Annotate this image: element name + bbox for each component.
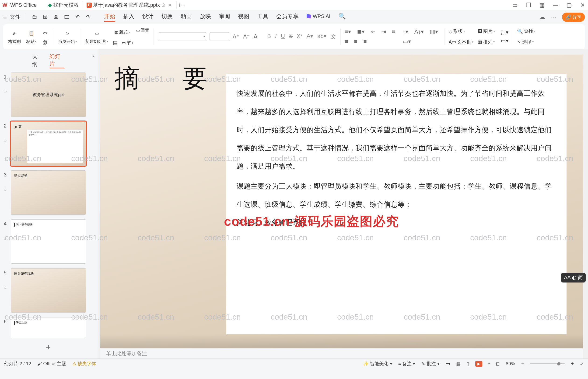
window-close[interactable]: ✕ [579, 2, 586, 8]
align-left-icon[interactable]: ≡ [392, 29, 395, 35]
outline-tab[interactable]: 大纲 [32, 53, 42, 68]
tab-close-button[interactable]: × [167, 2, 173, 8]
slide-thumb-3[interactable]: 研究背景 [11, 170, 86, 215]
clear-format-icon[interactable]: A̶ [254, 33, 257, 40]
bullets-icon[interactable]: ≡▾ [345, 29, 351, 35]
avatar-icon[interactable]: ▦ [538, 2, 546, 8]
status-missing-font[interactable]: ⚠ 缺失字体 [72, 361, 96, 367]
slide-thumb-1[interactable]: 教务管理系统ppt [11, 73, 86, 117]
notes-placeholder[interactable]: 单击此处添加备注 [106, 350, 147, 357]
menu-review[interactable]: 审阅 [219, 13, 230, 22]
bold-button[interactable]: B [267, 33, 271, 40]
cloud-icon[interactable]: ☁ [539, 14, 545, 21]
view-slideshow-icon[interactable]: ▶ [475, 361, 482, 367]
align-justify-icon[interactable]: ≡ [364, 38, 367, 45]
slide-thumb-6[interactable]: 研究主题 [11, 317, 86, 338]
hamburger-icon[interactable]: ≡ [3, 14, 7, 21]
wen-dropdown[interactable]: 文 [331, 33, 336, 40]
add-slide-button[interactable]: + [2, 338, 95, 356]
fill-icon[interactable]: ⬚▾ [501, 29, 508, 35]
zoom-out[interactable]: − [521, 361, 524, 366]
cube-icon[interactable]: ❐ [525, 2, 532, 8]
redo-icon[interactable]: ↷ [84, 13, 92, 21]
zoom-slider[interactable] [530, 363, 565, 364]
layout-icon[interactable]: ▭ [511, 2, 519, 8]
star-icon[interactable]: ☆ [3, 187, 7, 192]
zoom-in[interactable]: + [571, 361, 574, 366]
slides-tab[interactable]: 幻灯片 [49, 53, 64, 68]
columns-icon[interactable]: ▥▾ [430, 29, 438, 35]
highlight-button[interactable]: ab▾ [317, 33, 326, 40]
font-size-select[interactable] [209, 32, 230, 41]
print-preview-icon[interactable]: 🗔 [63, 13, 71, 21]
status-beautify[interactable]: ✨ 智能美化 ▾ [363, 361, 392, 367]
layout-alt-icon[interactable]: ▤ [111, 39, 119, 47]
font-mode-pill[interactable]: AA ◐ 简 [561, 273, 586, 283]
menu-start[interactable]: 开始 [104, 13, 115, 22]
zoom-fit-icon[interactable]: ⊡ [496, 361, 500, 367]
more-icon[interactable]: ⋯ [551, 14, 556, 20]
slide-canvas[interactable]: 摘 要 快速发展的社会中，人们的生活水平都在提高，生活节奏也在逐渐加快。为了节省… [100, 55, 583, 348]
undo-icon[interactable]: ↶ [73, 13, 82, 21]
align-vert-icon[interactable]: ▭▾ [403, 38, 411, 45]
reset-button[interactable]: ▭重置 [136, 26, 149, 34]
new-slide-button[interactable]: ▭新建幻灯片▾ [85, 26, 108, 47]
slide-thumb-2[interactable]: 摘 要快速发展的社会中，人们的生活水平都在提高，生活节奏也在逐渐加快… [11, 121, 86, 166]
outline-icon[interactable]: ▭▾ [501, 38, 508, 44]
star-icon[interactable]: ☆ [3, 236, 7, 241]
menu-insert[interactable]: 插入 [123, 13, 134, 22]
save-icon[interactable]: 🖫 [41, 13, 50, 21]
status-notes[interactable]: ≡ 备注 ▾ [398, 361, 415, 367]
align-center-icon[interactable]: ≡ [345, 38, 348, 45]
slide-thumb-4[interactable]: 国内研究现状 [11, 219, 86, 264]
menu-show[interactable]: 放映 [200, 13, 211, 22]
textbox-button[interactable]: A▭文本框▾ [449, 38, 473, 46]
cut-icon[interactable]: ✂ [41, 29, 50, 37]
file-menu[interactable]: 文件 [10, 14, 20, 20]
align-right-icon[interactable]: ≡ [354, 38, 357, 45]
star-icon[interactable]: ☆ [3, 284, 7, 290]
text-direction-icon[interactable]: A↕▾ [414, 29, 424, 35]
tab-templates[interactable]: ◆ 找稻壳模板 [44, 1, 83, 9]
font-family-select[interactable]: ▾ [158, 32, 207, 41]
zoom-reset-icon[interactable]: ⤢ [580, 361, 584, 367]
menu-tools[interactable]: 工具 [257, 13, 268, 22]
shape-button[interactable]: ◇形状▾ [449, 27, 473, 35]
slide-thumb-5[interactable]: 国外研究现状 [11, 268, 86, 313]
font-color-button[interactable]: A▾ [307, 33, 313, 40]
numbering-icon[interactable]: ≣▾ [357, 29, 365, 35]
select-button[interactable]: ↖选择▾ [517, 38, 536, 46]
strike-button[interactable]: S̶ [289, 33, 293, 40]
menu-design[interactable]: 设计 [142, 13, 153, 22]
menu-view[interactable]: 视图 [238, 13, 249, 22]
superscript-button[interactable]: X² [297, 33, 302, 40]
tab-document[interactable]: P 基于java的教务管理系统.pptx ⊙ × [83, 1, 177, 9]
menu-wps-ai[interactable]: WPS AI [307, 13, 330, 22]
star-icon[interactable]: ☆ [3, 138, 7, 143]
panel-collapse-icon[interactable]: ‹ [92, 52, 94, 59]
copy-icon[interactable]: 🗐 [41, 39, 50, 47]
section-button[interactable]: ▭节▾ [122, 39, 133, 47]
underline-button[interactable]: U [281, 33, 285, 40]
star-icon[interactable]: ☆ [3, 89, 7, 95]
view-sorter-icon[interactable]: ▦ [456, 361, 461, 367]
global-search-icon[interactable]: 🔍 [338, 13, 346, 22]
indent-inc-icon[interactable]: ⇥ [381, 29, 386, 35]
italic-button[interactable]: I [275, 33, 277, 40]
view-reading-icon[interactable]: ▯ [467, 361, 469, 367]
open-icon[interactable]: 🗀 [30, 13, 39, 21]
format-brush-button[interactable]: 🖌格式刷 [7, 26, 21, 47]
menu-member[interactable]: 会员专享 [276, 13, 299, 22]
share-button[interactable]: 🔗分享 [562, 13, 585, 22]
layout-button[interactable]: ▦版式▾ [111, 28, 133, 36]
line-spacing-icon[interactable]: ↕▾ [403, 29, 408, 35]
paste-button[interactable]: 📋粘贴▾ [24, 26, 38, 47]
shrink-font-icon[interactable]: A⁻ [243, 33, 250, 40]
menu-animation[interactable]: 动画 [181, 13, 192, 22]
print-icon[interactable]: 🖶 [52, 13, 60, 21]
arrange-button[interactable]: ▦排列▾ [478, 38, 495, 46]
view-normal-icon[interactable]: ▭ [446, 361, 450, 367]
window-maximize[interactable]: ▢ [566, 2, 572, 8]
window-minimize[interactable]: — [552, 2, 559, 8]
menu-transition[interactable]: 切换 [161, 13, 173, 22]
